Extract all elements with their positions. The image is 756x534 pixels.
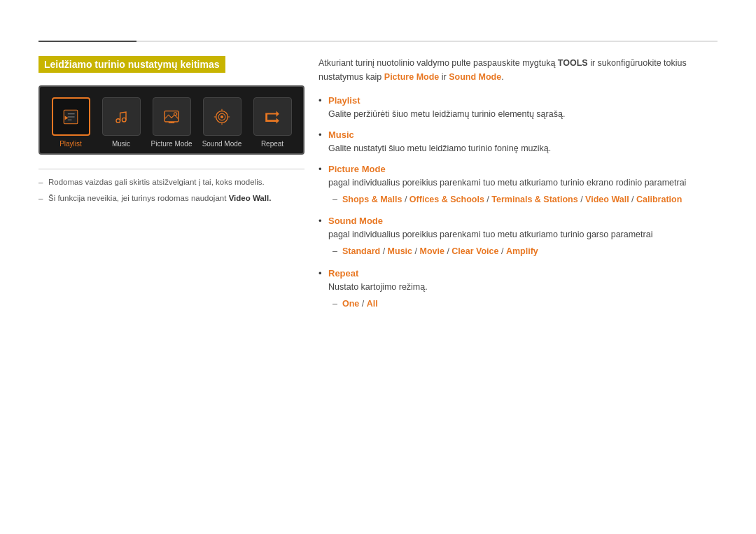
music-label: Music bbox=[112, 140, 130, 148]
media-item-playlist: Playlist bbox=[48, 97, 93, 148]
intro-ir: ir bbox=[439, 72, 449, 82]
sound-mode-label: Sound Mode bbox=[202, 140, 242, 148]
shops-malls: Shops & Malls bbox=[342, 195, 402, 204]
sound-mode-icon bbox=[212, 107, 232, 127]
standard: Standard bbox=[342, 246, 380, 256]
note-item-2: Ši funkcija neveikia, jei turinys rodoma… bbox=[38, 192, 304, 204]
bullet-title-repeat: Repeat bbox=[328, 268, 718, 279]
main-bullet-list: Playlist Galite peržiūrėti šiuo metu lei… bbox=[318, 95, 718, 311]
sound-mode-link: Sound Mode bbox=[449, 72, 501, 82]
movie: Movie bbox=[419, 246, 444, 256]
svg-point-2 bbox=[116, 118, 120, 122]
all: All bbox=[367, 299, 378, 309]
music-icon bbox=[111, 107, 131, 127]
music-icon-container bbox=[102, 97, 141, 136]
notes-section: Rodomas vaizdas gali skirtis atsižvelgia… bbox=[38, 169, 304, 205]
amplify: Amplify bbox=[506, 246, 538, 256]
media-item-repeat: Repeat bbox=[250, 97, 295, 148]
media-player-box: Playlist Music bbox=[38, 85, 304, 155]
bullet-playlist: Playlist Galite peržiūrėti šiuo metu lei… bbox=[318, 95, 718, 121]
bullet-sound-mode: Sound Mode pagal individualius poreikius… bbox=[318, 216, 718, 259]
svg-point-8 bbox=[220, 115, 223, 118]
sound-mode-icon-container bbox=[203, 97, 241, 136]
repeat-icon-container bbox=[253, 97, 292, 136]
top-decorative-line bbox=[38, 41, 718, 42]
bullet-repeat: Repeat Nustato kartojimo režimą. One / A… bbox=[318, 268, 718, 311]
tools-bold: TOOLS bbox=[558, 58, 588, 68]
calibration: Calibration bbox=[636, 195, 682, 204]
bullet-desc-picture-mode: pagal individualius poreikius parenkami … bbox=[328, 176, 718, 190]
bullet-music: Music Galite nustatyti šiuo metu leidžia… bbox=[318, 129, 718, 155]
sound-mode-sub-item: Standard / Music / Movie / Clear Voice /… bbox=[328, 244, 718, 259]
bullet-desc-playlist: Galite peržiūrėti šiuo metu leidžiamų tu… bbox=[328, 107, 718, 121]
left-column: Leidžiamo turinio nustatymų keitimas Pla… bbox=[38, 56, 304, 209]
bullet-title-sound-mode: Sound Mode bbox=[328, 216, 718, 226]
terminals-stations: Terminals & Stations bbox=[491, 195, 578, 204]
offices-schools: Offices & Schools bbox=[410, 195, 484, 204]
repeat-sub-list: One / All bbox=[328, 297, 718, 311]
music-option: Music bbox=[388, 246, 412, 256]
media-item-picture-mode: Picture Mode bbox=[149, 97, 194, 148]
playlist-icon bbox=[61, 107, 80, 127]
picture-mode-sub-item: Shops & Malls / Offices & Schools / Term… bbox=[328, 192, 718, 207]
bullet-title-picture-mode: Picture Mode bbox=[328, 164, 718, 174]
one: One bbox=[342, 299, 359, 309]
svg-point-5 bbox=[174, 112, 177, 115]
playlist-icon-container bbox=[52, 97, 90, 136]
repeat-icon bbox=[262, 107, 282, 127]
intro-suffix: . bbox=[501, 72, 503, 82]
intro-paragraph: Atkuriant turinį nuotolinio valdymo pult… bbox=[318, 56, 718, 84]
media-item-sound-mode: Sound Mode bbox=[200, 97, 244, 148]
picture-mode-label: Picture Mode bbox=[151, 140, 192, 148]
picture-mode-icon-container bbox=[153, 97, 191, 136]
repeat-sub-item: One / All bbox=[328, 297, 718, 311]
note-item-1: Rodomas vaizdas gali skirtis atsižvelgia… bbox=[38, 176, 304, 188]
bullet-desc-repeat: Nustato kartojimo režimą. bbox=[328, 280, 718, 294]
bullet-desc-sound-mode: pagal individualius poreikius parenkami … bbox=[328, 227, 718, 241]
playlist-label: Playlist bbox=[59, 140, 82, 148]
bullet-desc-music: Galite nustatyti šiuo metu leidžiamo tur… bbox=[328, 141, 718, 155]
clear-voice: Clear Voice bbox=[451, 246, 498, 256]
bullet-title-music: Music bbox=[328, 129, 718, 140]
bullet-title-playlist: Playlist bbox=[328, 95, 718, 106]
bullet-picture-mode: Picture Mode pagal individualius poreiki… bbox=[318, 164, 718, 207]
video-wall: Video Wall bbox=[585, 195, 629, 204]
picture-mode-icon bbox=[162, 107, 181, 127]
media-item-music: Music bbox=[99, 97, 144, 148]
picture-mode-sub-list: Shops & Malls / Offices & Schools / Term… bbox=[328, 192, 718, 207]
intro-prefix: Atkuriant turinį nuotolinio valdymo pult… bbox=[318, 58, 558, 68]
right-column: Atkuriant turinį nuotolinio valdymo pult… bbox=[318, 56, 718, 320]
sound-mode-sub-list: Standard / Music / Movie / Clear Voice /… bbox=[328, 244, 718, 259]
section-title: Leidžiamo turinio nustatymų keitimas bbox=[38, 56, 225, 73]
svg-point-3 bbox=[122, 118, 126, 122]
picture-mode-link: Picture Mode bbox=[384, 72, 440, 82]
repeat-label: Repeat bbox=[261, 140, 284, 148]
